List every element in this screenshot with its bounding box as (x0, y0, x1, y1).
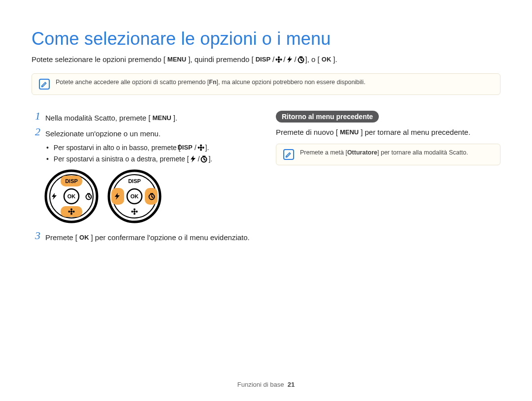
note-icon (39, 79, 50, 90)
disp-key-label: DISP (180, 143, 194, 153)
svg-text:OK: OK (67, 193, 76, 199)
note-icon (283, 149, 294, 160)
right-column: Ritorno al menu precedente Premete di nu… (276, 111, 500, 247)
dpad-flash-timer: DISP OK (107, 169, 162, 223)
ok-key-label: OK (320, 55, 333, 64)
svg-text:DISP: DISP (65, 178, 78, 184)
footer-section: Funzioni di base (237, 381, 284, 388)
menu-key-label: MENU (150, 113, 173, 123)
ok-key-label: OK (77, 233, 91, 243)
note-shutter: Premete a metà [Otturatore] per tornare … (276, 144, 500, 165)
note-fn-access: Potete anche accedere alle opzioni di sc… (32, 73, 500, 95)
flower-icon (197, 144, 205, 152)
timer-icon (297, 56, 305, 63)
step-3: 3 Premete [OK] per confermare l'opzione … (32, 230, 262, 243)
page-footer: Funzioni di base 21 (0, 381, 532, 388)
list-item: Per spostarvi in alto o in basso, premet… (46, 142, 262, 154)
menu-key-label: MENU (166, 55, 188, 64)
flash-icon (286, 56, 294, 63)
flower-icon (275, 56, 283, 63)
disp-key-label: DISP (254, 55, 272, 64)
intro-paragraph: Potete selezionare le opzioni premendo [… (32, 54, 500, 65)
left-column: 1 Nella modalità Scatto, premete [MENU].… (32, 111, 262, 247)
page-title: Come selezionare le opzioni o i menu (32, 29, 500, 49)
step-number: 2 (32, 126, 40, 139)
list-item: Per spostarvi a sinistra o a destra, pre… (46, 154, 262, 164)
page-number: 21 (288, 381, 295, 388)
dpad-disp-flower: DISP OK (44, 169, 99, 223)
section-chip: Ritorno al menu precedente (276, 111, 379, 123)
timer-icon (200, 155, 208, 163)
flash-icon (189, 155, 197, 163)
menu-key-label: MENU (338, 127, 361, 137)
step-2: 2 Selezionate un'opzione o un menu. (32, 126, 262, 139)
step-2-sublist: Per spostarvi in alto o in basso, premet… (46, 142, 262, 164)
step-1: 1 Nella modalità Scatto, premete [MENU]. (32, 111, 262, 123)
svg-text:DISP: DISP (128, 178, 141, 184)
svg-text:OK: OK (131, 193, 139, 199)
step-number: 3 (32, 230, 40, 243)
return-paragraph: Premete di nuovo [MENU] per tornare al m… (276, 126, 500, 138)
step-number: 1 (32, 111, 40, 123)
